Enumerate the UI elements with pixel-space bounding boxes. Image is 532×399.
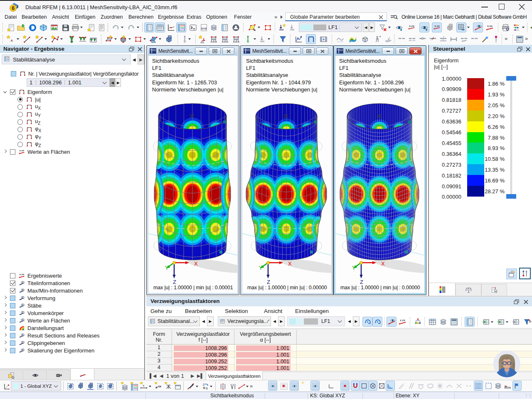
svg-text:x.xx: x.xx	[409, 24, 414, 27]
svg-text:x.xx: x.xx	[434, 24, 440, 27]
svg-text:x.xx: x.xx	[487, 24, 493, 27]
svg-text:6: 6	[12, 5, 15, 11]
svg-text:SC: SC	[202, 27, 205, 30]
svg-text:x.xx: x.xx	[20, 149, 25, 152]
svg-text:x.xx: x.xx	[20, 273, 25, 276]
svg-text:x.xx: x.xx	[400, 318, 405, 321]
